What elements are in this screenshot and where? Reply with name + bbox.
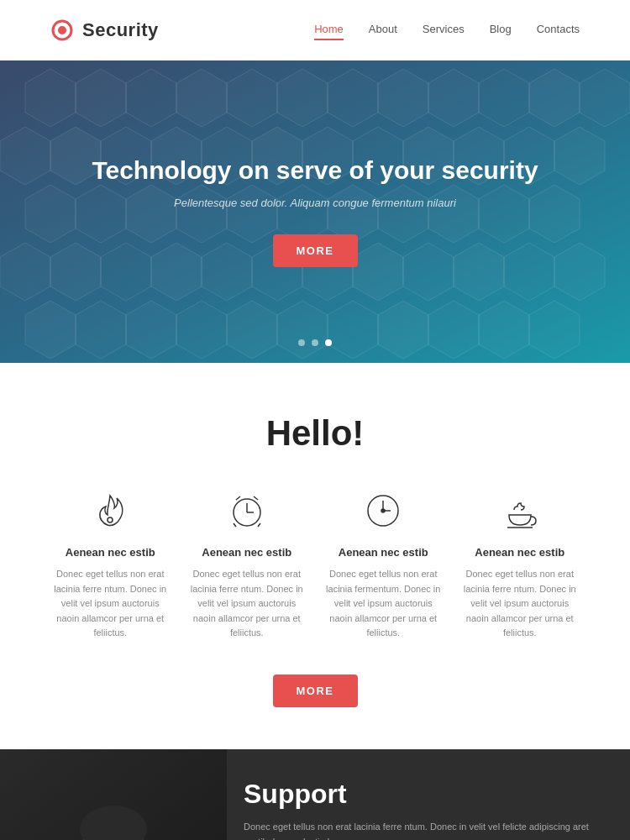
feature-3-icon	[360, 487, 407, 534]
svg-point-1	[58, 26, 66, 34]
feature-2-text: Donec eget tellus non erat lacinia ferre…	[187, 567, 307, 641]
hero-dots	[298, 339, 332, 346]
hero-more-button[interactable]: MORE	[273, 234, 358, 267]
about-section: Hello! Aenean nec estib Donec eget tellu…	[0, 363, 630, 749]
nav: Home About Services Blog Contacts	[314, 23, 580, 39]
hero-dot-1[interactable]	[298, 339, 305, 346]
feature-4-text: Donec eget tellus non erat lacinia ferre…	[460, 567, 580, 641]
alarm-icon	[228, 491, 266, 530]
hero-title: Technology on serve of your security	[92, 156, 538, 185]
feature-4-title: Aenean nec estib	[475, 546, 564, 559]
svg-line-67	[234, 523, 236, 527]
hero-subtitle: Pellentesque sed dolor. Aliquam congue f…	[92, 197, 538, 209]
support-text: Donec eget tellus non erat lacinia ferre…	[244, 820, 596, 840]
clock-icon	[364, 491, 402, 530]
feature-2: Aenean nec estib Donec eget tellus non e…	[187, 487, 307, 641]
coffee-icon	[501, 491, 539, 530]
feature-4-icon	[496, 487, 543, 534]
logo-text: Security	[82, 19, 159, 41]
hero-section: Technology on serve of your security Pel…	[0, 60, 630, 363]
support-title: Support	[244, 779, 596, 810]
hero-dot-3[interactable]	[325, 339, 332, 346]
feature-1: Aenean nec estib Donec eget tellus non e…	[50, 487, 171, 641]
nav-home[interactable]: Home	[314, 23, 344, 39]
header: Security Home About Services Blog Contac…	[0, 0, 630, 60]
svg-point-72	[381, 509, 385, 512]
feature-1-title: Aenean nec estib	[66, 546, 155, 559]
flame-icon	[91, 491, 129, 530]
support-section: Support Donec eget tellus non erat lacin…	[0, 749, 630, 840]
support-person-illustration	[0, 749, 227, 840]
svg-line-65	[236, 496, 240, 500]
hero-content: Technology on serve of your security Pel…	[58, 156, 571, 267]
feature-2-icon	[223, 487, 270, 534]
feature-3: Aenean nec estib Donec eget tellus non e…	[323, 487, 444, 641]
nav-contacts[interactable]: Contacts	[537, 23, 580, 39]
feature-2-title: Aenean nec estib	[202, 546, 291, 559]
hero-dot-2[interactable]	[312, 339, 318, 346]
support-content: Support Donec eget tellus non erat lacin…	[244, 753, 630, 840]
nav-blog[interactable]: Blog	[490, 23, 512, 39]
about-title: Hello!	[50, 413, 580, 454]
features-grid: Aenean nec estib Donec eget tellus non e…	[50, 487, 580, 641]
support-photo	[0, 749, 227, 840]
nav-services[interactable]: Services	[423, 23, 465, 39]
svg-line-66	[254, 496, 258, 500]
feature-1-text: Donec eget tellus non erat lacinia ferre…	[50, 567, 171, 641]
feature-4: Aenean nec estib Donec eget tellus non e…	[460, 487, 580, 641]
svg-point-61	[108, 517, 113, 522]
about-more-button[interactable]: MORE	[273, 675, 358, 707]
svg-line-68	[258, 523, 260, 527]
logo-icon	[50, 18, 74, 42]
nav-about[interactable]: About	[369, 23, 397, 39]
logo: Security	[50, 18, 159, 42]
feature-3-title: Aenean nec estib	[339, 546, 428, 559]
feature-1-icon	[87, 487, 134, 534]
feature-3-text: Donec eget tellus non erat lacinia ferme…	[323, 567, 444, 641]
